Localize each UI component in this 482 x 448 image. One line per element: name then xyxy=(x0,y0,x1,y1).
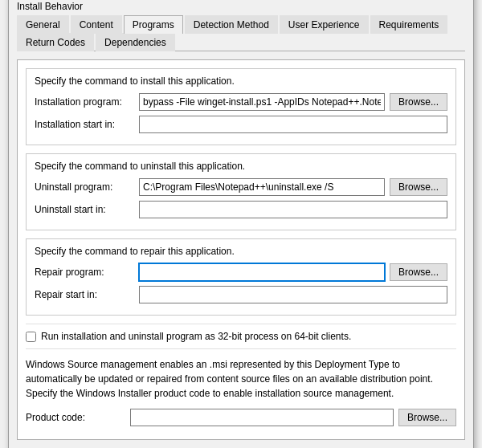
repair-program-browse-button[interactable]: Browse... xyxy=(390,263,447,281)
tab-content[interactable]: Content xyxy=(71,15,122,34)
tab-general[interactable]: General xyxy=(17,15,69,34)
repair-program-row: Repair program: Browse... xyxy=(35,263,447,281)
repair-program-label: Repair program: xyxy=(35,267,139,278)
32bit-checkbox-label: Run installation and uninstall program a… xyxy=(41,331,351,342)
repair-start-in-row: Repair start in: xyxy=(35,286,447,303)
uninstall-section: Specify the command to uninstall this ap… xyxy=(26,153,456,230)
tab-programs[interactable]: Programs xyxy=(124,15,183,34)
32bit-checkbox[interactable] xyxy=(26,332,36,342)
uninstall-start-in-row: Uninstall start in: xyxy=(35,201,447,218)
product-code-label: Product code: xyxy=(26,412,130,423)
install-section: Specify the command to install this appl… xyxy=(26,68,456,145)
info-text: Windows Source management enables an .ms… xyxy=(26,357,456,401)
tab-user-experience[interactable]: User Experience xyxy=(280,15,369,34)
install-start-in-label: Installation start in: xyxy=(35,119,139,130)
uninstall-program-browse-button[interactable]: Browse... xyxy=(390,178,447,196)
product-code-input[interactable] xyxy=(130,409,394,426)
32bit-checkbox-row: Run installation and uninstall program a… xyxy=(26,324,456,349)
install-section-title: Specify the command to install this appl… xyxy=(35,75,447,87)
tabs-container: General Content Programs Detection Metho… xyxy=(17,15,465,51)
uninstall-program-input[interactable] xyxy=(139,178,385,196)
properties-window: N Notepad++ Properties ― □ ✕ Install Beh… xyxy=(8,0,474,448)
tab-return-codes[interactable]: Return Codes xyxy=(17,33,94,51)
programs-panel: Specify the command to install this appl… xyxy=(17,59,465,440)
uninstall-start-in-input[interactable] xyxy=(139,201,447,218)
window-content: Install Behavior General Content Program… xyxy=(9,0,473,448)
uninstall-start-in-label: Uninstall start in: xyxy=(35,204,139,215)
install-start-in-row: Installation start in: xyxy=(35,116,447,133)
repair-program-input[interactable] xyxy=(139,263,385,281)
install-behavior-label: Install Behavior xyxy=(17,1,465,12)
product-code-row: Product code: Browse... xyxy=(26,409,456,426)
install-program-row: Installation program: Browse... xyxy=(35,93,447,111)
install-program-browse-button[interactable]: Browse... xyxy=(390,93,447,111)
tab-detection-method[interactable]: Detection Method xyxy=(185,15,278,34)
repair-section-title: Specify the command to repair this appli… xyxy=(35,246,447,257)
uninstall-section-title: Specify the command to uninstall this ap… xyxy=(35,161,447,172)
repair-start-in-label: Repair start in: xyxy=(35,289,139,300)
tab-requirements[interactable]: Requirements xyxy=(370,15,448,34)
tab-dependencies[interactable]: Dependencies xyxy=(96,33,175,51)
install-program-input[interactable] xyxy=(139,93,385,111)
install-start-in-input[interactable] xyxy=(139,116,447,133)
repair-section: Specify the command to repair this appli… xyxy=(26,238,456,316)
repair-start-in-input[interactable] xyxy=(139,286,447,303)
uninstall-program-label: Uninstall program: xyxy=(35,181,139,193)
install-program-label: Installation program: xyxy=(35,96,139,108)
product-code-browse-button[interactable]: Browse... xyxy=(398,409,456,426)
uninstall-program-row: Uninstall program: Browse... xyxy=(35,178,447,196)
